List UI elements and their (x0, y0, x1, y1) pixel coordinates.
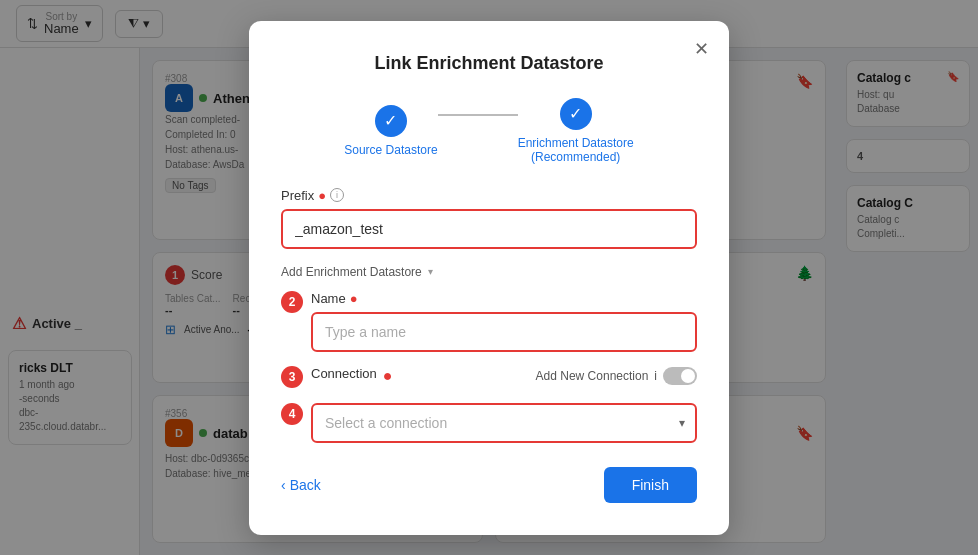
add-new-connection-label: Add New Connection (536, 369, 649, 383)
modal-footer: ‹ Back Finish (281, 467, 697, 503)
add-connection-toggle[interactable] (663, 367, 697, 385)
name-required: ● (350, 291, 358, 306)
step-badge-3: 3 (281, 366, 303, 388)
select-section: 4 Select a connection ▾ (281, 403, 697, 443)
name-section: 2 Name ● (281, 291, 697, 352)
finish-button[interactable]: Finish (604, 467, 697, 503)
toggle-knob (681, 369, 695, 383)
prefix-required: ● (318, 188, 326, 203)
connection-label-group: Connection ● (311, 366, 392, 387)
link-enrichment-modal: ✕ Link Enrichment Datastore ✓ Source Dat… (249, 21, 729, 535)
modal-title: Link Enrichment Datastore (281, 53, 697, 74)
select-placeholder: Select a connection (325, 415, 447, 431)
step-badge-2: 2 (281, 291, 303, 313)
add-enrichment-row[interactable]: Add Enrichment Datastore ▾ (281, 265, 697, 279)
connection-label-row: 3 Connection ● Add New Connection i (281, 366, 697, 395)
step-enrichment-circle: ✓ (560, 98, 592, 130)
connection-required: ● (383, 367, 393, 385)
steps-indicator: ✓ Source Datastore ✓ Enrichment Datastor… (281, 98, 697, 164)
back-label: Back (290, 477, 321, 493)
step-badge-4: 4 (281, 403, 303, 425)
select-connection-input[interactable]: Select a connection (311, 403, 697, 443)
connection-row: Connection ● Add New Connection i (311, 366, 697, 387)
back-button[interactable]: ‹ Back (281, 477, 321, 493)
select-wrapper: Select a connection ▾ (311, 403, 697, 443)
connection-section: 3 Connection ● Add New Connection i (281, 366, 697, 443)
step-source-label: Source Datastore (344, 143, 437, 157)
prefix-section: Prefix ● i (281, 188, 697, 249)
prefix-info-icon[interactable]: i (330, 188, 344, 202)
add-new-connection-group: Add New Connection i (536, 367, 697, 385)
prefix-label: Prefix ● i (281, 188, 697, 203)
add-enrichment-label: Add Enrichment Datastore (281, 265, 422, 279)
modal-overlay: ✕ Link Enrichment Datastore ✓ Source Dat… (0, 0, 978, 555)
prefix-input[interactable] (281, 209, 697, 249)
step-enrichment-label: Enrichment Datastore(Recommended) (518, 136, 634, 164)
name-label: Name ● (311, 291, 697, 306)
step-source: ✓ Source Datastore (344, 105, 437, 157)
back-icon: ‹ (281, 477, 286, 493)
add-enrichment-chevron-icon: ▾ (428, 266, 433, 277)
connection-label: Connection (311, 366, 377, 381)
step-line (438, 114, 518, 116)
add-connection-info-icon[interactable]: i (654, 369, 657, 383)
step-enrichment: ✓ Enrichment Datastore(Recommended) (518, 98, 634, 164)
step-source-circle: ✓ (375, 105, 407, 137)
modal-close-button[interactable]: ✕ (689, 37, 713, 61)
name-input[interactable] (311, 312, 697, 352)
